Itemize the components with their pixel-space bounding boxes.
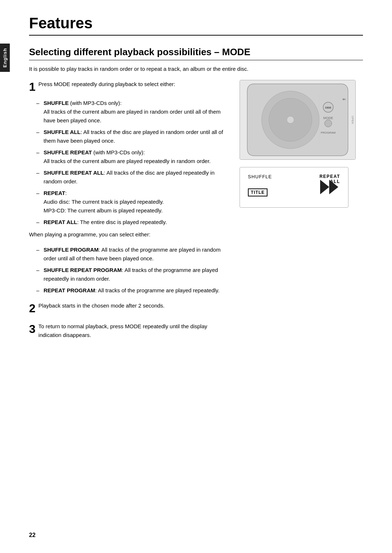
term-shuffle: SHUFFLE [44, 100, 69, 106]
step-3-block: 3 To return to normal playback, press MO… [29, 322, 229, 339]
program-bullet-list: SHUFFLE PROGRAM: All tracks of the progr… [36, 245, 229, 295]
left-column: 1 Press MODE repeatedly during playback … [29, 80, 229, 345]
display-panel: SHUFFLE REPEAT ALL TITLE [240, 167, 348, 208]
svg-text:PROGRAM: PROGRAM [321, 131, 336, 134]
svg-text:OPEN: OPEN [351, 116, 354, 124]
term-repeat: REPEAT [44, 190, 65, 196]
title-label: TITLE [248, 188, 268, 196]
term-repeat-all-suffix: : The entire disc is played repeatedly. [77, 219, 167, 225]
skip-forward-icon [318, 176, 340, 198]
term-shuffle-repeat-program: SHUFFLE REPEAT PROGRAM [44, 267, 122, 273]
term-shuffle-program: SHUFFLE PROGRAM [44, 247, 99, 253]
intro-text: It is possible to play tracks in random … [29, 65, 363, 73]
svg-text:MODE: MODE [323, 116, 333, 120]
step-1-number: 1 [29, 80, 36, 94]
term-shuffle-repeat-suffix: (with MP3-CDs only): [93, 149, 145, 155]
svg-text:DBB: DBB [325, 106, 331, 109]
list-item: REPEAT ALL: The entire disc is played re… [36, 218, 229, 227]
svg-point-7 [324, 120, 332, 127]
svg-point-3 [287, 116, 294, 123]
step-1-text: Press MODE repeatedly during playback to… [38, 80, 229, 89]
mode-bullet-list: SHUFFLE (with MP3-CDs only): All tracks … [36, 99, 229, 227]
step-2-block: 2 Playback starts in the chosen mode aft… [29, 301, 229, 315]
skip-icon-area [318, 176, 340, 198]
page-title: Features [29, 15, 363, 36]
term-shuffle-repeat-body: All tracks of the current album are play… [44, 158, 211, 164]
step-2-number: 2 [29, 301, 36, 315]
term-repeat-suffix: : [65, 190, 67, 196]
list-item: SHUFFLE REPEAT PROGRAM: All tracks of th… [36, 266, 229, 283]
list-item: SHUFFLE ALL: All tracks of the disc are … [36, 128, 229, 145]
right-column: DBB MODE PROGRAM ⏭ OPEN [240, 80, 363, 208]
main-content-area: 1 Press MODE repeatedly during playback … [29, 80, 363, 345]
list-item: SHUFFLE REPEAT ALL: All tracks of the di… [36, 168, 229, 186]
list-item: SHUFFLE REPEAT (with MP3-CDs only): All … [36, 148, 229, 166]
term-repeat-body: Audio disc: The current track is played … [44, 199, 164, 214]
svg-marker-12 [320, 180, 329, 194]
term-shuffle-body: All tracks of the current album are play… [44, 109, 221, 123]
title-box-row: TITLE [248, 187, 340, 199]
shuffle-column: SHUFFLE [248, 174, 272, 184]
device-illustration: DBB MODE PROGRAM ⏭ OPEN [240, 80, 356, 160]
step-1-block: 1 Press MODE repeatedly during playback … [29, 80, 229, 94]
list-item: SHUFFLE PROGRAM: All tracks of the progr… [36, 245, 229, 263]
sidebar-language-label: English [0, 44, 10, 72]
list-item: REPEAT PROGRAM: All tracks of the progra… [36, 286, 229, 295]
term-shuffle-all: SHUFFLE ALL [44, 129, 81, 135]
main-section: Selecting different playback possibiliti… [29, 46, 363, 345]
step-3-number: 3 [29, 322, 36, 336]
shuffle-label: SHUFFLE [248, 174, 272, 179]
title-area: TITLE [248, 187, 268, 199]
page-number: 22 [29, 532, 36, 538]
term-repeat-program: REPEAT PROGRAM [44, 287, 95, 293]
term-shuffle-suffix: (with MP3-CDs only): [70, 100, 122, 106]
list-item: REPEAT: Audio disc: The current track is… [36, 189, 229, 215]
term-shuffle-repeat: SHUFFLE REPEAT [44, 149, 92, 155]
svg-text:⏭: ⏭ [343, 97, 346, 101]
term-repeat-all: REPEAT ALL [44, 219, 77, 225]
step-3-text: To return to normal playback, press MODE… [38, 322, 229, 339]
term-shuffle-repeat-all: SHUFFLE REPEAT ALL [44, 170, 104, 176]
svg-marker-13 [329, 180, 338, 194]
term-repeat-program-suffix: : All tracks of the programme are played… [95, 287, 219, 293]
program-intro-text: When playing a programme, you can select… [29, 230, 229, 239]
section-title: Selecting different playback possibiliti… [29, 46, 363, 60]
step-2-text: Playback starts in the chosen mode after… [38, 301, 229, 310]
list-item: SHUFFLE (with MP3-CDs only): All tracks … [36, 99, 229, 125]
